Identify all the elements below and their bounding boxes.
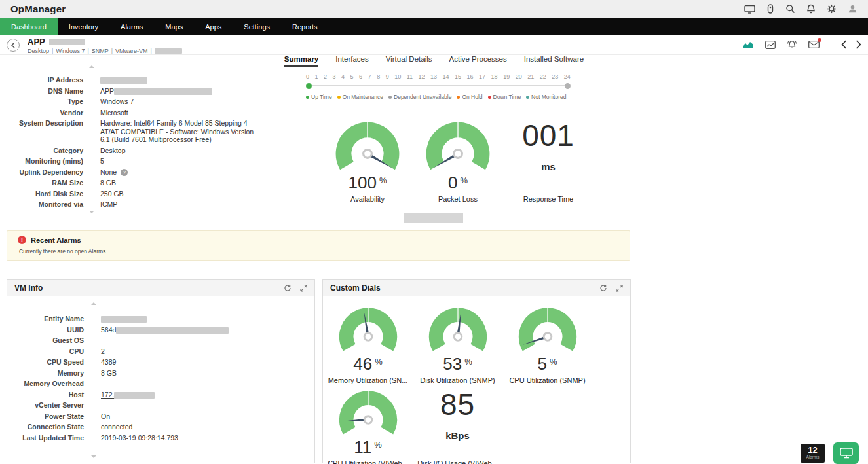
bell-icon[interactable] — [806, 4, 816, 14]
host-link[interactable]: 172. — [101, 391, 114, 399]
dial-value: 53% — [443, 355, 472, 376]
tab-installed-software[interactable]: Installed Software — [524, 55, 584, 67]
dial-value-unit: % — [464, 357, 472, 366]
legend-dot — [488, 96, 491, 99]
stat-disk-i-o-usage-viweb: 85kBpsDisk I/O Usage (VIWeb... — [413, 388, 502, 464]
alarm-bell-icon[interactable] — [787, 40, 797, 49]
support-chat-button[interactable] — [833, 442, 859, 464]
nav-item-settings[interactable]: Settings — [233, 18, 281, 35]
alarm-count-badge[interactable]: 12 Alarms — [801, 444, 825, 463]
timeline-slider[interactable] — [306, 82, 571, 90]
timeline-tick: 6 — [359, 73, 362, 80]
device-header-icons — [742, 40, 820, 49]
main-nav: DashboardInventoryAlarmsMapsAppsSettings… — [0, 18, 868, 35]
help-icon[interactable]: ? — [121, 169, 128, 176]
detail-value: 2019-03-19 09:28:14.793 — [101, 434, 178, 442]
detail-label: Monitoring (mins) — [0, 157, 83, 166]
back-button[interactable] — [7, 39, 20, 52]
device-header: APP Desktop|Windows 7|SNMP|VMware-VM| — [0, 35, 868, 55]
detail-label: Host — [7, 391, 84, 399]
device-meta-part: Windows 7 — [56, 48, 85, 54]
slider-start-handle[interactable] — [306, 83, 312, 89]
scroll-down-icon[interactable] — [91, 455, 96, 458]
nav-item-alarms[interactable]: Alarms — [109, 18, 154, 35]
refresh-icon[interactable] — [284, 284, 292, 292]
detail-row-category: CategoryDesktop — [0, 147, 314, 155]
legend-item-dependent-unavailable: Dependent Unavailable — [388, 94, 451, 100]
dial-value-number: 5 — [537, 354, 546, 374]
nav-item-inventory[interactable]: Inventory — [58, 18, 109, 35]
nav-item-reports[interactable]: Reports — [281, 18, 329, 35]
detail-label: Category — [0, 147, 83, 155]
scroll-down-icon[interactable] — [89, 211, 94, 213]
prev-device-icon[interactable] — [841, 40, 847, 49]
stat-label: CPU Utilization (VIWeb... — [328, 459, 408, 464]
timeline-tick: 5 — [350, 73, 354, 80]
next-device-icon[interactable] — [856, 40, 861, 49]
detail-label: Memory Overhead — [7, 380, 84, 388]
addons-icon[interactable] — [766, 4, 774, 14]
device-meta-part: Desktop — [28, 48, 49, 54]
timeline-tick: 1 — [315, 73, 318, 80]
nav-item-maps[interactable]: Maps — [154, 18, 194, 35]
opmanager-screen: OpManager DashboardInventoryAlarmsMapsAp… — [0, 0, 868, 464]
gauge-dial — [331, 119, 404, 174]
timeline-tick: 23 — [552, 73, 558, 80]
detail-row-monitored-via: Monitored viaICMP — [0, 200, 314, 209]
detail-label: CPU Speed — [7, 358, 84, 366]
tab-active-processes[interactable]: Active Processes — [449, 55, 507, 67]
performance-chart-icon[interactable] — [742, 41, 754, 49]
expand-icon[interactable] — [300, 285, 307, 292]
detail-text: 564d — [101, 326, 116, 334]
detail-row-monitoring-mins: Monitoring (mins)5 — [0, 157, 314, 166]
search-icon[interactable] — [785, 4, 795, 14]
scroll-up-icon[interactable] — [89, 65, 94, 68]
topbar: OpManager — [0, 0, 868, 18]
alarm-count: 12 — [801, 445, 825, 455]
detail-row-uplink-dependency: Uplink DependencyNone? — [0, 168, 314, 177]
nav-item-dashboard[interactable]: Dashboard — [0, 18, 58, 35]
stat-response-time: 001msResponse Time — [503, 119, 594, 203]
redacted-value — [114, 88, 212, 95]
line-chart-icon[interactable] — [765, 41, 776, 49]
mail-icon[interactable] — [808, 41, 820, 48]
detail-text: 4389 — [101, 358, 116, 366]
dial-value-number: 100 — [349, 173, 377, 192]
vm-info-header: VM Info — [7, 280, 314, 296]
detail-text: 250 GB — [100, 190, 124, 198]
detail-text: 5 — [100, 157, 104, 165]
vm-info-panel: VM Info Entity NameUUID564dGuest OSCPU2C… — [7, 279, 315, 463]
detail-value: 4389 — [101, 358, 116, 366]
legend-dot — [337, 96, 341, 99]
app-logo[interactable]: OpManager — [10, 3, 66, 14]
timeline-tick: 0 — [306, 73, 309, 80]
redacted-value — [101, 316, 147, 323]
detail-value: None? — [100, 168, 128, 177]
display-icon[interactable] — [744, 5, 755, 14]
detail-value: On — [101, 412, 110, 421]
detail-text: 2019-03-19 09:28:14.793 — [101, 434, 178, 442]
custom-dials-header: Custom Dials — [323, 280, 630, 296]
slider-end-handle[interactable] — [565, 83, 571, 89]
tab-virtual-details[interactable]: Virtual Details — [386, 55, 432, 67]
dial-value-unit: % — [374, 440, 382, 450]
timeline-tick: 10 — [394, 73, 401, 80]
meta-separator: | — [87, 48, 88, 54]
detail-text: ICMP — [100, 200, 117, 208]
user-icon[interactable] — [848, 4, 858, 14]
scroll-up-icon[interactable] — [91, 302, 96, 305]
timeline-tick: 18 — [491, 73, 498, 80]
tab-interfaces[interactable]: Interfaces — [335, 55, 369, 67]
nav-item-apps[interactable]: Apps — [194, 18, 233, 35]
stat-unit: ms — [541, 161, 556, 172]
availability-timeline: 0123456789101112131415161718192021222324… — [306, 73, 571, 100]
detail-label: System Description — [0, 119, 83, 144]
expand-icon[interactable] — [616, 285, 623, 292]
detail-value: APP — [100, 87, 212, 96]
refresh-icon[interactable] — [599, 284, 607, 292]
legend-label: Not Monitored — [531, 94, 566, 100]
chat-monitor-icon — [840, 448, 853, 459]
gear-icon[interactable] — [827, 4, 837, 14]
dial-value: 46% — [353, 355, 382, 376]
tab-summary[interactable]: Summary — [284, 55, 318, 67]
